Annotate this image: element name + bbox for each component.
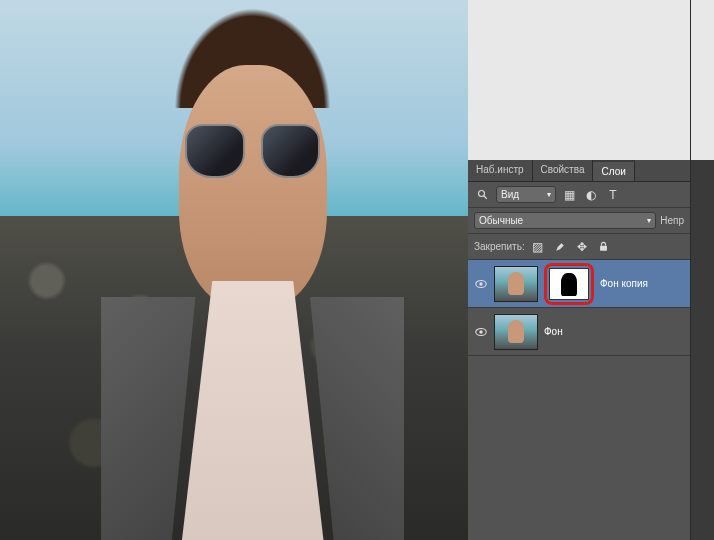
layer-filter-row: Вид ▾ ▦ ◐ T bbox=[468, 182, 690, 208]
canvas-subject bbox=[84, 0, 421, 540]
chevron-down-icon: ▾ bbox=[647, 216, 651, 225]
filter-adjust-icon[interactable]: ◐ bbox=[582, 186, 600, 204]
layer-mask-highlight bbox=[544, 263, 594, 305]
lock-label: Закрепить: bbox=[474, 241, 525, 252]
search-icon[interactable] bbox=[474, 186, 492, 204]
visibility-toggle[interactable] bbox=[474, 325, 488, 339]
layer-name-label: Фон bbox=[544, 326, 563, 337]
blend-row: Обычные ▾ Непр bbox=[468, 208, 690, 234]
svg-point-4 bbox=[479, 282, 483, 286]
layer-name-label: Фон копия bbox=[600, 278, 648, 289]
filter-image-icon[interactable]: ▦ bbox=[560, 186, 578, 204]
layer-row[interactable]: Фон копия bbox=[468, 260, 690, 308]
opacity-label: Непр bbox=[660, 215, 684, 226]
svg-point-6 bbox=[479, 330, 483, 334]
lock-transparent-icon[interactable]: ▨ bbox=[529, 238, 547, 256]
filter-kind-label: Вид bbox=[501, 189, 519, 200]
panel-dock bbox=[690, 0, 714, 540]
visibility-toggle[interactable] bbox=[474, 277, 488, 291]
blend-mode-value: Обычные bbox=[479, 215, 523, 226]
canvas-area[interactable] bbox=[0, 0, 468, 540]
layer-thumbnail[interactable] bbox=[494, 266, 538, 302]
tab-navigator[interactable]: Наб.инстр bbox=[468, 160, 533, 181]
dock-spacer bbox=[691, 0, 714, 160]
layer-thumbnail[interactable] bbox=[494, 314, 538, 350]
panels: Наб.инстр Свойства Слои Вид ▾ ▦ ◐ T Обыч… bbox=[468, 0, 714, 540]
app-window: Наб.инстр Свойства Слои Вид ▾ ▦ ◐ T Обыч… bbox=[0, 0, 714, 540]
svg-line-1 bbox=[484, 195, 487, 198]
lock-position-icon[interactable]: ✥ bbox=[573, 238, 591, 256]
tab-properties[interactable]: Свойства bbox=[533, 160, 594, 181]
lock-brush-icon[interactable] bbox=[551, 238, 569, 256]
layer-mask-thumbnail[interactable] bbox=[549, 268, 589, 300]
filter-kind-dropdown[interactable]: Вид ▾ bbox=[496, 186, 556, 203]
filter-text-icon[interactable]: T bbox=[604, 186, 622, 204]
layer-row[interactable]: Фон bbox=[468, 308, 690, 356]
tab-layers[interactable]: Слои bbox=[593, 160, 634, 181]
lock-row: Закрепить: ▨ ✥ bbox=[468, 234, 690, 260]
layers-panel: Наб.инстр Свойства Слои Вид ▾ ▦ ◐ T Обыч… bbox=[468, 0, 690, 540]
chevron-down-icon: ▾ bbox=[547, 190, 551, 199]
layers-list: Фон копияФон bbox=[468, 260, 690, 356]
blend-mode-dropdown[interactable]: Обычные ▾ bbox=[474, 212, 656, 229]
lock-all-icon[interactable] bbox=[595, 238, 613, 256]
svg-rect-2 bbox=[600, 246, 607, 251]
panel-spacer bbox=[468, 0, 690, 160]
svg-point-0 bbox=[479, 190, 485, 196]
panel-tabs: Наб.инстр Свойства Слои bbox=[468, 160, 690, 182]
